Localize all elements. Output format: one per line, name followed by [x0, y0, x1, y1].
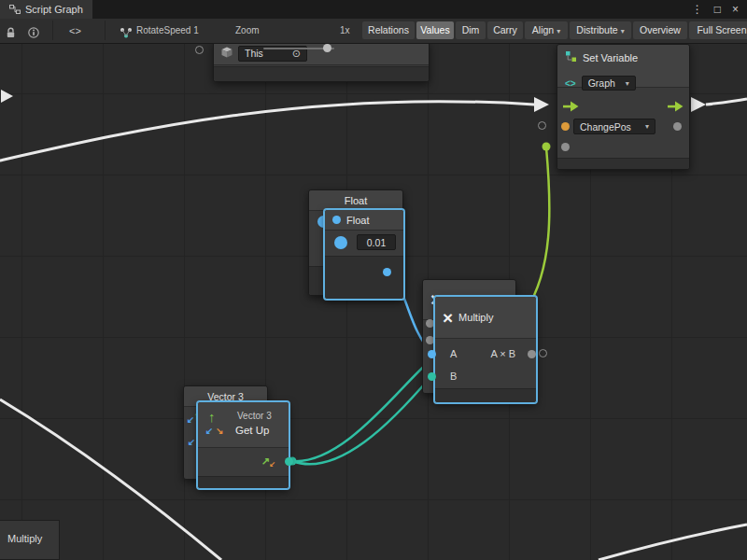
float-output-port[interactable]	[383, 268, 391, 276]
float-footer	[325, 256, 403, 299]
up-arrow-icon: ↑	[208, 410, 216, 424]
multiply-node[interactable]: × Multiply A A × B B	[434, 296, 537, 403]
unity-graph-window: Script Graph ⋮ □ × <> RotateSpeed 1 Zoom…	[0, 0, 747, 560]
script-graph-icon	[9, 5, 21, 14]
zoom-value: 1x	[340, 19, 350, 43]
multiply-back-port-a[interactable]	[426, 319, 434, 328]
cube-icon	[221, 47, 233, 60]
set-variable-icon	[565, 50, 577, 64]
carry-button[interactable]: Carry	[487, 21, 523, 39]
multiply-output-port[interactable]	[528, 350, 536, 358]
graph-asset-icon	[120, 25, 133, 42]
toolbar-separator	[105, 21, 106, 40]
float-type-icon	[332, 216, 341, 224]
distribute-dropdown[interactable]: Distribute▾	[570, 21, 631, 39]
variable-name-port[interactable]	[561, 122, 570, 131]
code-icon: <>	[565, 78, 576, 89]
multiply-back-port-b[interactable]	[426, 336, 434, 344]
chevron-down-icon: ▾	[626, 79, 629, 88]
multiply-input-b-port[interactable]	[428, 372, 436, 381]
get-up-output-port[interactable]	[285, 457, 293, 466]
overview-button[interactable]: Overview	[633, 21, 687, 39]
multiply-input-a-port[interactable]	[428, 350, 436, 358]
code-view-icon[interactable]: <>	[69, 19, 81, 43]
lock-icon[interactable]	[6, 25, 16, 42]
close-icon[interactable]: ×	[732, 0, 739, 19]
chevron-down-icon: ▾	[621, 27, 625, 35]
dl-arrow-icon: ↙	[205, 427, 213, 436]
graph-name[interactable]: RotateSpeed 1	[136, 19, 199, 43]
corner-panel-label: Multiply	[7, 533, 42, 544]
vector-dl-arrow-icon: ↙	[188, 438, 195, 447]
info-icon[interactable]	[28, 25, 39, 42]
get-up-footer	[198, 476, 289, 488]
get-up-node[interactable]: ↑ ↙ ↘ Vector 3 Get Up ↗ ↙	[197, 401, 289, 489]
relations-button[interactable]: Relations	[362, 21, 415, 39]
set-variable-left-port[interactable]	[538, 121, 546, 130]
float-node[interactable]: Float 0.01	[324, 209, 404, 300]
set-variable-node[interactable]: Set Variable <> Graph ▾ ChangePos ▾	[557, 44, 690, 170]
multiply-footer	[435, 388, 536, 402]
multiply-icon: ×	[443, 309, 453, 327]
align-dropdown[interactable]: Align▾	[525, 21, 568, 39]
window-controls: ⋮ □ ×	[692, 0, 747, 19]
values-button[interactable]: Values	[416, 21, 454, 39]
graph-toolbar: <> RotateSpeed 1 Zoom 1x Relations Value…	[0, 19, 747, 44]
zoom-label: Zoom	[235, 19, 260, 43]
this-node-left-port[interactable]	[195, 46, 204, 54]
chevron-down-icon: ▾	[557, 27, 560, 35]
set-variable-footer	[557, 158, 689, 169]
corner-panel: Multiply	[0, 520, 60, 560]
full-screen-button[interactable]: Full Screen	[689, 21, 747, 39]
variable-value-port[interactable]	[561, 143, 570, 151]
output-label: A × B	[490, 348, 515, 359]
this-node-body	[214, 66, 429, 81]
variable-kind-dropdown[interactable]: Graph ▾	[582, 76, 636, 91]
variable-output-port[interactable]	[673, 122, 682, 131]
set-variable-title: Set Variable	[583, 52, 638, 63]
input-b-label: B	[450, 371, 457, 382]
float-value-icon	[334, 236, 347, 249]
input-a-label: A	[450, 348, 457, 359]
chevron-down-icon: ▾	[645, 122, 649, 131]
get-up-title: Get Up	[235, 425, 269, 436]
tab-script-graph[interactable]: Script Graph	[0, 0, 92, 19]
dr-arrow-icon: ↘	[216, 427, 223, 436]
vector-dl-arrow-icon: ↙	[187, 415, 194, 425]
zoom-slider-handle[interactable]	[323, 44, 331, 52]
toolbar-separator	[52, 21, 53, 40]
get-up-type-label: Vector 3	[237, 411, 272, 421]
flow-in-arrow-icon[interactable]	[563, 99, 579, 116]
output-dl-arrow-icon: ↙	[269, 461, 275, 469]
multiply-output-ring-port[interactable]	[539, 349, 547, 357]
maximize-icon[interactable]: □	[714, 0, 721, 19]
tab-bar: Script Graph ⋮ □ ×	[0, 0, 747, 19]
flow-out-arrow-icon[interactable]	[668, 99, 684, 116]
float-title: Float	[346, 215, 369, 226]
variable-name-dropdown[interactable]: ChangePos ▾	[573, 119, 655, 134]
dim-button[interactable]: Dim	[456, 21, 486, 39]
multiply-title: Multiply	[458, 312, 493, 323]
float-value-field[interactable]: 0.01	[357, 234, 396, 250]
tab-title: Script Graph	[25, 4, 83, 15]
menu-icon[interactable]: ⋮	[692, 0, 703, 19]
